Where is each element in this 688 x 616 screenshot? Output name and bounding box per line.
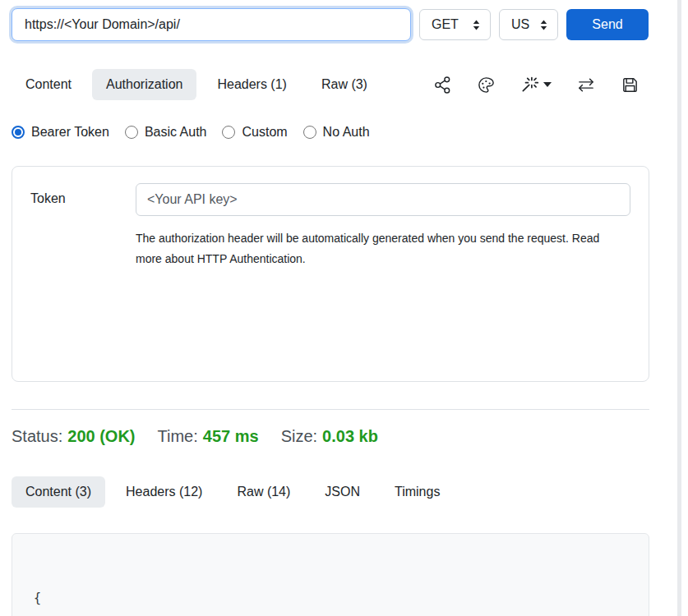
scrollbar-track[interactable]	[677, 0, 681, 616]
radio-label: Basic Auth	[145, 125, 207, 140]
time-label: Time:	[158, 427, 198, 445]
radio-unselected-icon	[222, 126, 235, 139]
api-tester-page: GET US Send Content Authorization Header…	[12, 8, 649, 616]
json-open-brace: {	[34, 588, 632, 609]
radio-label: Bearer Token	[31, 125, 109, 140]
radio-label: No Auth	[323, 125, 370, 140]
radio-selected-icon	[12, 126, 25, 139]
token-helper-text: The authorization header will be automat…	[136, 228, 616, 269]
send-button[interactable]: Send	[566, 9, 649, 40]
radio-basic-auth[interactable]: Basic Auth	[125, 125, 207, 140]
region-value: US	[511, 17, 529, 32]
radio-label: Custom	[242, 125, 287, 140]
updown-arrows-icon	[538, 19, 549, 31]
token-label: Token	[30, 183, 136, 269]
save-icon[interactable]	[621, 76, 640, 94]
tab-raw[interactable]: Raw (3)	[307, 69, 381, 100]
magic-wand-icon[interactable]	[520, 76, 552, 94]
bearer-token-panel: Token The authorization header will be a…	[12, 166, 649, 382]
request-bar: GET US Send	[12, 8, 649, 41]
request-tabs: Content Authorization Headers (1) Raw (3…	[12, 69, 649, 100]
tab-response-timings[interactable]: Timings	[381, 476, 454, 508]
url-input[interactable]	[12, 8, 411, 41]
radio-unselected-icon	[303, 126, 316, 139]
method-value: GET	[432, 17, 459, 32]
size-label: Size:	[281, 427, 317, 445]
token-input[interactable]	[136, 183, 630, 216]
status-value: 200 (OK)	[67, 427, 135, 445]
time-badge: Time:457 ms	[158, 427, 259, 446]
share-icon[interactable]	[433, 76, 452, 94]
status-label: Status:	[12, 427, 62, 445]
radio-unselected-icon	[125, 126, 138, 139]
palette-icon[interactable]	[477, 76, 496, 94]
tab-response-json[interactable]: JSON	[311, 476, 374, 508]
tab-response-headers[interactable]: Headers (12)	[112, 476, 216, 508]
time-value: 457 ms	[203, 427, 259, 445]
response-status-bar: Status:200 (OK) Time:457 ms Size:0.03 kb	[12, 427, 649, 446]
auth-type-options: Bearer Token Basic Auth Custom No Auth	[12, 122, 649, 143]
response-tabs: Content (3) Headers (12) Raw (14) JSON T…	[12, 476, 649, 508]
radio-bearer-token[interactable]: Bearer Token	[12, 125, 109, 140]
tab-response-raw[interactable]: Raw (14)	[223, 476, 304, 508]
tab-headers[interactable]: Headers (1)	[203, 69, 300, 100]
tab-response-content[interactable]: Content (3)	[12, 476, 105, 508]
toolbar-icons	[433, 76, 649, 94]
updown-arrows-icon	[471, 19, 482, 31]
section-divider	[12, 409, 649, 410]
chevron-down-icon	[543, 82, 552, 87]
tab-authorization[interactable]: Authorization	[92, 69, 196, 100]
method-select[interactable]: GET	[419, 9, 491, 40]
status-badge: Status:200 (OK)	[12, 427, 136, 446]
response-body-viewer[interactable]: { "message": "API running." }	[12, 533, 649, 616]
size-badge: Size:0.03 kb	[281, 427, 378, 446]
radio-custom[interactable]: Custom	[222, 125, 287, 140]
region-select[interactable]: US	[499, 9, 558, 40]
size-value: 0.03 kb	[322, 427, 378, 445]
radio-no-auth[interactable]: No Auth	[303, 125, 370, 140]
tab-content[interactable]: Content	[12, 69, 85, 100]
swap-arrows-icon[interactable]	[576, 76, 596, 94]
